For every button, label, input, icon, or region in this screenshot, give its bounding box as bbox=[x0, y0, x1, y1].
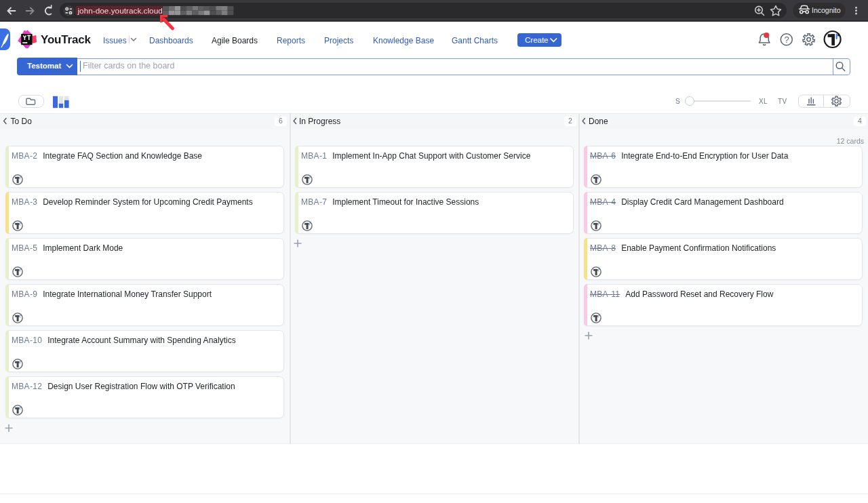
svg-text:?: ? bbox=[785, 35, 789, 45]
svg-text:john-doe.youtrack.cloud: john-doe.youtrack.cloud bbox=[77, 6, 163, 16]
